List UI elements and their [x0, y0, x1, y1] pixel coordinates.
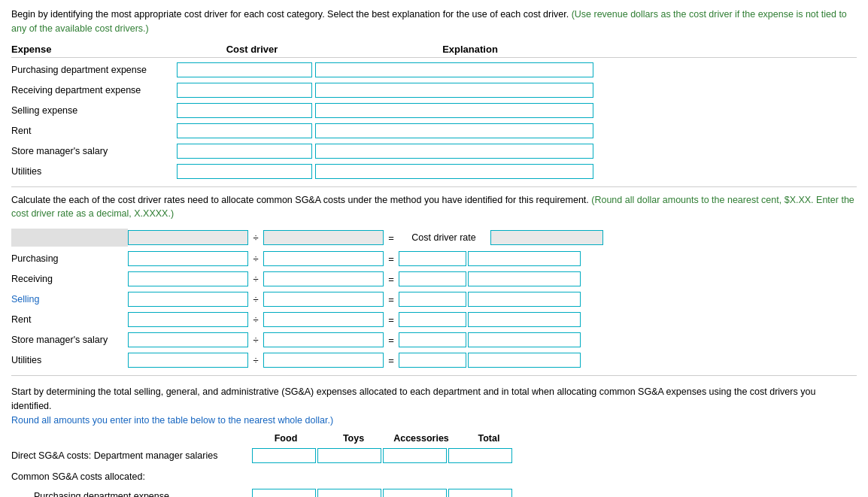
calc-input-left-selling[interactable] [128, 292, 248, 307]
calc-row-utilities: Utilities ÷ = [11, 351, 857, 369]
table1-rows: Purchasing department expense Receiving … [11, 61, 857, 180]
calc-result2-utilities[interactable] [468, 353, 581, 368]
instruction-part3: Start by determining the total selling, … [11, 385, 857, 427]
calc-header-row: ÷ = Cost driver rate [11, 229, 857, 247]
equals-receiving: = [384, 274, 399, 285]
div-symbol-purchasing: ÷ [248, 253, 263, 265]
input-direct-sga-accessories[interactable] [383, 448, 447, 463]
row-label-direct-sga: Direct SG&A costs: Department manager sa… [11, 450, 252, 461]
equals-selling: = [384, 294, 399, 305]
div-symbol-store-manager: ÷ [248, 335, 263, 346]
col-header-total: Total [455, 433, 523, 444]
equals-store-manager: = [384, 335, 399, 346]
calc-result1-utilities[interactable] [399, 353, 466, 368]
explanation-input-utilities[interactable] [315, 164, 593, 179]
col-header-accessories: Accessories [387, 433, 455, 444]
calc-label-store-manager: Store manager's salary [11, 335, 128, 345]
calc-section: ÷ = Cost driver rate Purchasing ÷ = Rece… [11, 229, 857, 369]
input-purchasing-toys[interactable] [317, 489, 381, 497]
cost-driver-input-utilities[interactable] [177, 164, 312, 179]
explanation-input-selling[interactable] [315, 103, 593, 118]
calc-input-right-utilities[interactable] [263, 353, 384, 368]
input-purchasing-accessories[interactable] [383, 489, 447, 497]
input-direct-sga-total[interactable] [448, 448, 512, 463]
div-symbol-selling: ÷ [248, 294, 263, 305]
expense-label-utilities: Utilities [11, 166, 177, 177]
expense-label-store-manager: Store manager's salary [11, 146, 177, 156]
calc-input-right-receiving[interactable] [263, 271, 384, 286]
calc-label-purchasing: Purchasing [11, 253, 128, 264]
calc-header-input-right[interactable] [263, 230, 384, 245]
cost-driver-input-rent[interactable] [177, 123, 312, 138]
equals-rent: = [384, 314, 399, 326]
calc-label-receiving: Receiving [11, 274, 128, 284]
calc-input-left-receiving[interactable] [128, 271, 248, 286]
explanation-input-store-manager[interactable] [315, 144, 593, 159]
calc-result1-store-manager[interactable] [399, 332, 466, 347]
calc-input-left-purchasing[interactable] [128, 251, 248, 266]
explanation-input-purchasing[interactable] [315, 62, 593, 77]
calc-result1-receiving[interactable] [399, 271, 466, 286]
instruction-part1: Begin by identifying the most appropriat… [11, 8, 857, 36]
div-symbol-utilities: ÷ [248, 355, 263, 366]
table-row-common-header: Common SG&A costs allocated: [11, 467, 857, 485]
expense-label-purchasing: Purchasing department expense [11, 65, 177, 75]
expense-label-selling: Selling expense [11, 105, 177, 116]
table-row: Receiving department expense [11, 81, 857, 99]
calc-row-rent: Rent ÷ = [11, 311, 857, 329]
calc-result2-receiving[interactable] [468, 271, 581, 286]
expense-label-receiving: Receiving department expense [11, 85, 177, 95]
col-header-food: Food [252, 433, 320, 444]
div-symbol-receiving: ÷ [248, 274, 263, 285]
calc-input-left-rent[interactable] [128, 312, 248, 327]
table1-header: Expense Cost driver Explanation [11, 44, 857, 58]
equals-symbol-header: = [384, 232, 399, 244]
calc-input-left-utilities[interactable] [128, 353, 248, 368]
header-explanation: Explanation [327, 44, 613, 55]
calc-label-rent: Rent [11, 314, 128, 325]
calc-result2-purchasing[interactable] [468, 251, 581, 266]
calc-result2-selling[interactable] [468, 292, 581, 307]
calc-header-result[interactable] [490, 230, 603, 245]
calc-result1-rent[interactable] [399, 312, 466, 327]
table2-header: Food Toys Accessories Total [11, 433, 857, 444]
col-header-toys: Toys [320, 433, 387, 444]
calc-header-input-left[interactable] [128, 230, 248, 245]
calc-input-left-store-manager[interactable] [128, 332, 248, 347]
cost-driver-rate-label: Cost driver rate [399, 232, 489, 243]
calc-input-right-store-manager[interactable] [263, 332, 384, 347]
calc-input-right-selling[interactable] [263, 292, 384, 307]
calc-result1-purchasing[interactable] [399, 251, 466, 266]
expense-label-rent: Rent [11, 126, 177, 136]
section-divider-2 [11, 375, 857, 376]
cost-driver-input-store-manager[interactable] [177, 144, 312, 159]
calc-row-store-manager: Store manager's salary ÷ = [11, 331, 857, 349]
div-symbol-header: ÷ [248, 232, 263, 244]
calc-label-utilities: Utilities [11, 355, 128, 365]
equals-purchasing: = [384, 253, 399, 265]
calc-result2-store-manager[interactable] [468, 332, 581, 347]
table2: Food Toys Accessories Total Direct SG&A … [11, 433, 857, 497]
table-row: Store manager's salary [11, 142, 857, 160]
section-divider-1 [11, 186, 857, 187]
common-header-label: Common SG&A costs allocated: [11, 471, 252, 482]
div-symbol-rent: ÷ [248, 314, 263, 326]
calc-result1-selling[interactable] [399, 292, 466, 307]
cost-driver-input-receiving[interactable] [177, 83, 312, 98]
input-direct-sga-food[interactable] [252, 448, 316, 463]
cost-driver-input-purchasing[interactable] [177, 62, 312, 77]
instruction-part2: Calculate the each of the cost driver ra… [11, 193, 857, 222]
header-cost-driver: Cost driver [177, 44, 327, 55]
row-label-purchasing-expense: Purchasing department expense [11, 491, 252, 497]
cost-driver-input-selling[interactable] [177, 103, 312, 118]
explanation-input-receiving[interactable] [315, 83, 593, 98]
calc-result2-rent[interactable] [468, 312, 581, 327]
calc-input-right-purchasing[interactable] [263, 251, 384, 266]
calc-input-right-rent[interactable] [263, 312, 384, 327]
input-direct-sga-toys[interactable] [317, 448, 381, 463]
input-purchasing-food[interactable] [252, 489, 316, 497]
input-purchasing-total[interactable] [448, 489, 512, 497]
calc-row-receiving: Receiving ÷ = [11, 270, 857, 288]
calc-header-spacer [11, 229, 128, 247]
explanation-input-rent[interactable] [315, 123, 593, 138]
